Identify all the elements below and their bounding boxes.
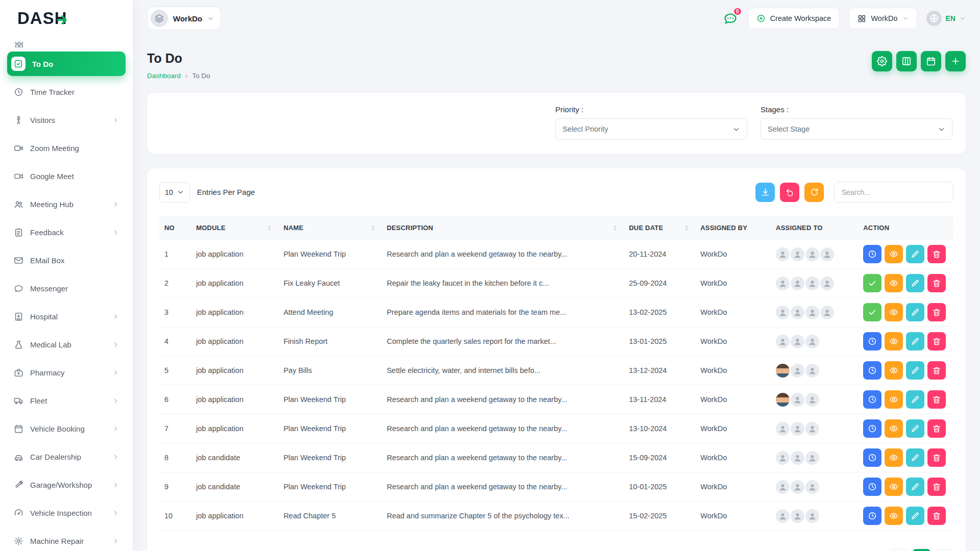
clock-action-button[interactable] [863,361,881,380]
pencil-action-button[interactable] [906,419,924,438]
trash-action-button[interactable] [927,390,946,409]
assignee-avatar[interactable] [791,451,804,465]
clock-action-button[interactable] [863,390,881,409]
pencil-action-button[interactable] [906,361,924,380]
export-button[interactable] [755,183,775,202]
assignee-avatar[interactable] [820,306,834,319]
pagination-next[interactable]: › [935,549,953,551]
assignee-avatar[interactable] [791,247,804,261]
sidebar-item-hospital[interactable]: Hospital [7,304,126,329]
calendar-view-button[interactable] [921,51,941,71]
assignee-avatar[interactable] [791,509,804,523]
pagination-previous[interactable]: ‹ [890,549,909,551]
create-workspace-button[interactable]: Create Workspace [748,8,840,29]
eye-action-button[interactable] [885,390,903,409]
assignee-avatar[interactable] [820,277,834,290]
assignee-avatar[interactable] [805,247,819,261]
assignee-avatar[interactable] [791,277,804,290]
entries-per-page-select[interactable]: 10 [159,182,190,203]
assignee-avatar[interactable] [805,480,819,494]
assignee-avatar[interactable] [805,422,819,436]
pencil-action-button[interactable] [906,332,924,350]
eye-action-button[interactable] [885,419,903,438]
check-action-button[interactable] [863,303,881,321]
eye-action-button[interactable] [885,245,903,263]
sidebar-item-google-meet[interactable]: Google Meet [7,164,126,188]
eye-action-button[interactable] [885,303,903,321]
pencil-action-button[interactable] [906,303,924,321]
assignee-avatar[interactable] [776,451,790,465]
pencil-action-button[interactable] [906,245,924,263]
sidebar-item-messenger[interactable]: Messenger [7,276,126,300]
sidebar-item-feedback[interactable]: Feedback [7,220,126,244]
sidebar-item-medical-lab[interactable]: Medical Lab [7,332,126,357]
messages-button[interactable]: 0 [722,10,739,27]
trash-action-button[interactable] [927,332,946,350]
assignee-avatar[interactable] [791,335,804,348]
clock-action-button[interactable] [863,478,881,496]
column-header-description[interactable]: DESCRIPTION [382,216,624,240]
assignee-avatar[interactable] [805,277,819,290]
sidebar-item-vehicle-inspection[interactable]: Vehicle Inspection [7,500,126,525]
eye-action-button[interactable] [885,478,903,496]
sidebar-item-zoom-meeting[interactable]: Zoom Meeting [7,136,126,160]
pencil-action-button[interactable] [906,390,924,409]
workspace-switcher[interactable]: WorkDo [147,7,221,30]
sidebar-item-partial[interactable] [14,42,24,47]
clock-action-button[interactable] [863,507,881,525]
app-logo[interactable]: DASH [0,0,133,37]
sidebar-item-vehicle-booking[interactable]: Vehicle Booking [7,416,126,441]
eye-action-button[interactable] [885,274,903,292]
assignee-avatar[interactable] [805,393,819,407]
assignee-avatar[interactable] [805,364,819,378]
eye-action-button[interactable] [885,507,903,525]
check-action-button[interactable] [863,274,881,292]
assignee-avatar[interactable] [820,247,834,261]
assignee-photo-avatar[interactable] [776,393,790,407]
assignee-avatar[interactable] [776,306,790,319]
trash-action-button[interactable] [927,361,946,380]
assignee-avatar[interactable] [791,306,804,319]
sidebar-item-meeting-hub[interactable]: Meeting Hub [7,192,126,216]
sidebar-item-pharmacy[interactable]: Pharmacy [7,360,126,385]
pagination-page-1[interactable]: 1 [912,549,931,551]
assignee-avatar[interactable] [791,480,804,494]
trash-action-button[interactable] [927,507,946,525]
trash-action-button[interactable] [927,274,946,292]
clock-action-button[interactable] [863,419,881,438]
assignee-avatar[interactable] [776,247,790,261]
assignee-avatar[interactable] [776,480,790,494]
assignee-avatar[interactable] [776,277,790,290]
column-header-module[interactable]: MODULE [191,216,278,240]
column-header-name[interactable]: NAME [278,216,381,240]
pencil-action-button[interactable] [906,507,924,525]
clock-action-button[interactable] [863,245,881,263]
pencil-action-button[interactable] [906,478,924,496]
eye-action-button[interactable] [885,332,903,350]
assignee-avatar[interactable] [791,393,804,407]
language-selector[interactable]: EN [926,11,966,26]
sidebar-item-fleet[interactable]: Fleet [7,388,126,413]
settings-button[interactable] [872,51,892,71]
assignee-avatar[interactable] [805,335,819,348]
eye-action-button[interactable] [885,361,903,380]
sidebar-item-time-tracker[interactable]: Time Tracker [7,80,126,104]
trash-action-button[interactable] [927,303,946,321]
assignee-avatar[interactable] [805,509,819,523]
add-todo-button[interactable] [945,51,966,71]
priority-select[interactable]: Select Priority [555,118,747,140]
assignee-avatar[interactable] [805,306,819,319]
sidebar-item-visitors[interactable]: Visitors [7,108,126,132]
clock-action-button[interactable] [863,448,881,467]
column-header-due-date[interactable]: DUE DATE [624,216,695,240]
columns-view-button[interactable] [896,51,917,71]
trash-action-button[interactable] [927,245,946,263]
sidebar-item-email-box[interactable]: EMail Box [7,248,126,272]
eye-action-button[interactable] [885,448,903,467]
pencil-action-button[interactable] [906,448,924,467]
sidebar-item-to-do[interactable]: To Do [7,52,126,76]
trash-action-button[interactable] [927,448,946,467]
reset-button[interactable] [780,183,799,202]
sidebar-item-garage-workshop[interactable]: Garage/Workshop [7,472,126,497]
sidebar-item-machine-repair[interactable]: Machine Repair [7,529,126,551]
